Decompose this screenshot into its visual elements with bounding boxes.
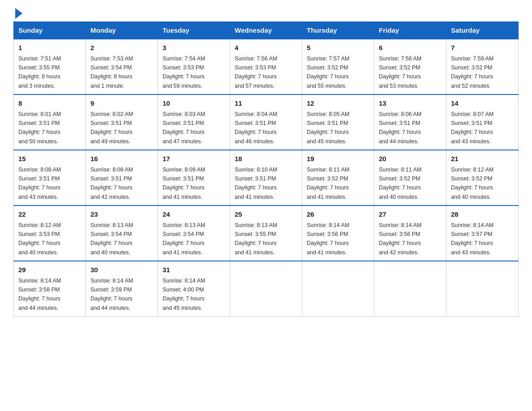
day-number: 28 xyxy=(451,210,514,220)
day-number: 23 xyxy=(90,210,153,220)
day-cell: 25Sunrise: 8:13 AM Sunset: 3:55 PM Dayli… xyxy=(230,206,302,261)
column-header-friday: Friday xyxy=(374,22,446,39)
day-number: 15 xyxy=(18,154,81,164)
day-number: 25 xyxy=(235,210,297,220)
day-cell: 27Sunrise: 8:14 AM Sunset: 3:56 PM Dayli… xyxy=(374,206,446,261)
day-info: Sunrise: 8:13 AM Sunset: 3:54 PM Dayligh… xyxy=(90,222,133,256)
column-header-sunday: Sunday xyxy=(14,22,86,39)
day-number: 7 xyxy=(451,43,514,53)
day-info: Sunrise: 8:07 AM Sunset: 3:51 PM Dayligh… xyxy=(451,111,493,145)
column-header-tuesday: Tuesday xyxy=(158,22,230,39)
day-info: Sunrise: 8:14 AM Sunset: 3:56 PM Dayligh… xyxy=(307,222,349,256)
day-info: Sunrise: 8:06 AM Sunset: 3:51 PM Dayligh… xyxy=(379,111,421,145)
day-cell: 30Sunrise: 8:14 AM Sunset: 3:59 PM Dayli… xyxy=(86,261,158,317)
day-info: Sunrise: 7:59 AM Sunset: 3:52 PM Dayligh… xyxy=(451,56,493,89)
day-cell: 23Sunrise: 8:13 AM Sunset: 3:54 PM Dayli… xyxy=(86,206,158,261)
day-info: Sunrise: 8:10 AM Sunset: 3:51 PM Dayligh… xyxy=(235,167,277,200)
day-info: Sunrise: 8:11 AM Sunset: 3:52 PM Dayligh… xyxy=(379,167,421,200)
day-info: Sunrise: 7:57 AM Sunset: 3:52 PM Dayligh… xyxy=(307,56,349,89)
day-info: Sunrise: 8:08 AM Sunset: 3:51 PM Dayligh… xyxy=(18,167,61,200)
day-cell: 7Sunrise: 7:59 AM Sunset: 3:52 PM Daylig… xyxy=(446,39,519,94)
day-info: Sunrise: 7:54 AM Sunset: 3:53 PM Dayligh… xyxy=(163,56,205,89)
day-number: 2 xyxy=(90,43,153,53)
day-cell: 14Sunrise: 8:07 AM Sunset: 3:51 PM Dayli… xyxy=(446,94,519,150)
week-row-4: 22Sunrise: 8:12 AM Sunset: 3:53 PM Dayli… xyxy=(14,206,519,261)
day-info: Sunrise: 7:53 AM Sunset: 3:54 PM Dayligh… xyxy=(90,56,133,89)
day-number: 18 xyxy=(235,154,297,164)
day-number: 11 xyxy=(235,98,297,109)
day-number: 17 xyxy=(163,154,225,164)
day-cell: 19Sunrise: 8:11 AM Sunset: 3:52 PM Dayli… xyxy=(302,150,374,206)
day-number: 29 xyxy=(18,265,81,275)
week-row-2: 8Sunrise: 8:01 AM Sunset: 3:51 PM Daylig… xyxy=(14,94,519,150)
day-number: 6 xyxy=(379,43,442,53)
day-info: Sunrise: 8:08 AM Sunset: 3:51 PM Dayligh… xyxy=(90,167,133,200)
day-info: Sunrise: 8:03 AM Sunset: 3:51 PM Dayligh… xyxy=(163,111,205,145)
day-number: 22 xyxy=(18,210,81,220)
day-number: 26 xyxy=(307,210,369,220)
day-info: Sunrise: 8:12 AM Sunset: 3:53 PM Dayligh… xyxy=(18,222,61,256)
day-cell: 12Sunrise: 8:05 AM Sunset: 3:51 PM Dayli… xyxy=(302,94,374,150)
day-number: 1 xyxy=(18,43,81,53)
day-info: Sunrise: 8:11 AM Sunset: 3:52 PM Dayligh… xyxy=(307,167,349,200)
day-info: Sunrise: 7:51 AM Sunset: 3:55 PM Dayligh… xyxy=(18,56,61,89)
day-info: Sunrise: 7:58 AM Sunset: 3:52 PM Dayligh… xyxy=(379,56,421,89)
day-number: 24 xyxy=(163,210,225,220)
column-header-wednesday: Wednesday xyxy=(230,22,302,39)
day-number: 16 xyxy=(90,154,153,164)
page-header xyxy=(13,9,519,17)
day-cell xyxy=(230,261,302,317)
day-cell: 6Sunrise: 7:58 AM Sunset: 3:52 PM Daylig… xyxy=(374,39,446,94)
day-info: Sunrise: 8:14 AM Sunset: 3:58 PM Dayligh… xyxy=(18,278,61,311)
day-cell: 5Sunrise: 7:57 AM Sunset: 3:52 PM Daylig… xyxy=(302,39,374,94)
day-info: Sunrise: 8:14 AM Sunset: 3:57 PM Dayligh… xyxy=(451,222,493,256)
day-number: 14 xyxy=(451,98,514,109)
calendar-table: SundayMondayTuesdayWednesdayThursdayFrid… xyxy=(13,21,519,317)
day-cell: 26Sunrise: 8:14 AM Sunset: 3:56 PM Dayli… xyxy=(302,206,374,261)
day-cell: 8Sunrise: 8:01 AM Sunset: 3:51 PM Daylig… xyxy=(14,94,86,150)
day-info: Sunrise: 8:14 AM Sunset: 3:59 PM Dayligh… xyxy=(90,278,133,311)
day-info: Sunrise: 8:14 AM Sunset: 4:00 PM Dayligh… xyxy=(163,278,205,311)
week-row-1: 1Sunrise: 7:51 AM Sunset: 3:55 PM Daylig… xyxy=(14,39,519,94)
column-header-saturday: Saturday xyxy=(446,22,519,39)
day-info: Sunrise: 8:02 AM Sunset: 3:51 PM Dayligh… xyxy=(90,111,133,145)
day-cell: 4Sunrise: 7:56 AM Sunset: 3:53 PM Daylig… xyxy=(230,39,302,94)
day-number: 8 xyxy=(18,98,81,109)
day-info: Sunrise: 8:14 AM Sunset: 3:56 PM Dayligh… xyxy=(379,222,421,256)
day-cell xyxy=(302,261,374,317)
day-number: 27 xyxy=(379,210,442,220)
day-cell: 24Sunrise: 8:13 AM Sunset: 3:54 PM Dayli… xyxy=(158,206,230,261)
day-number: 4 xyxy=(235,43,297,53)
day-info: Sunrise: 8:09 AM Sunset: 3:51 PM Dayligh… xyxy=(163,167,205,200)
day-cell: 13Sunrise: 8:06 AM Sunset: 3:51 PM Dayli… xyxy=(374,94,446,150)
calendar-header-row: SundayMondayTuesdayWednesdayThursdayFrid… xyxy=(14,22,519,39)
day-number: 10 xyxy=(163,98,225,109)
day-cell: 16Sunrise: 8:08 AM Sunset: 3:51 PM Dayli… xyxy=(86,150,158,206)
day-number: 9 xyxy=(90,98,153,109)
day-number: 12 xyxy=(307,98,369,109)
day-cell: 1Sunrise: 7:51 AM Sunset: 3:55 PM Daylig… xyxy=(14,39,86,94)
day-number: 5 xyxy=(307,43,369,53)
week-row-5: 29Sunrise: 8:14 AM Sunset: 3:58 PM Dayli… xyxy=(14,261,519,317)
day-number: 13 xyxy=(379,98,442,109)
day-cell: 29Sunrise: 8:14 AM Sunset: 3:58 PM Dayli… xyxy=(14,261,86,317)
day-cell: 17Sunrise: 8:09 AM Sunset: 3:51 PM Dayli… xyxy=(158,150,230,206)
day-cell xyxy=(374,261,446,317)
day-info: Sunrise: 8:01 AM Sunset: 3:51 PM Dayligh… xyxy=(18,111,61,145)
day-cell: 22Sunrise: 8:12 AM Sunset: 3:53 PM Dayli… xyxy=(14,206,86,261)
svg-marker-0 xyxy=(15,8,22,19)
logo-arrow-icon xyxy=(14,7,23,20)
day-cell: 18Sunrise: 8:10 AM Sunset: 3:51 PM Dayli… xyxy=(230,150,302,206)
day-cell: 9Sunrise: 8:02 AM Sunset: 3:51 PM Daylig… xyxy=(86,94,158,150)
day-cell: 21Sunrise: 8:12 AM Sunset: 3:52 PM Dayli… xyxy=(446,150,519,206)
logo xyxy=(13,9,23,17)
day-cell: 28Sunrise: 8:14 AM Sunset: 3:57 PM Dayli… xyxy=(446,206,519,261)
day-info: Sunrise: 8:12 AM Sunset: 3:52 PM Dayligh… xyxy=(451,167,493,200)
day-info: Sunrise: 8:04 AM Sunset: 3:51 PM Dayligh… xyxy=(235,111,277,145)
day-cell: 15Sunrise: 8:08 AM Sunset: 3:51 PM Dayli… xyxy=(14,150,86,206)
day-number: 30 xyxy=(90,265,153,275)
day-cell: 10Sunrise: 8:03 AM Sunset: 3:51 PM Dayli… xyxy=(158,94,230,150)
day-cell: 20Sunrise: 8:11 AM Sunset: 3:52 PM Dayli… xyxy=(374,150,446,206)
week-row-3: 15Sunrise: 8:08 AM Sunset: 3:51 PM Dayli… xyxy=(14,150,519,206)
day-cell: 3Sunrise: 7:54 AM Sunset: 3:53 PM Daylig… xyxy=(158,39,230,94)
